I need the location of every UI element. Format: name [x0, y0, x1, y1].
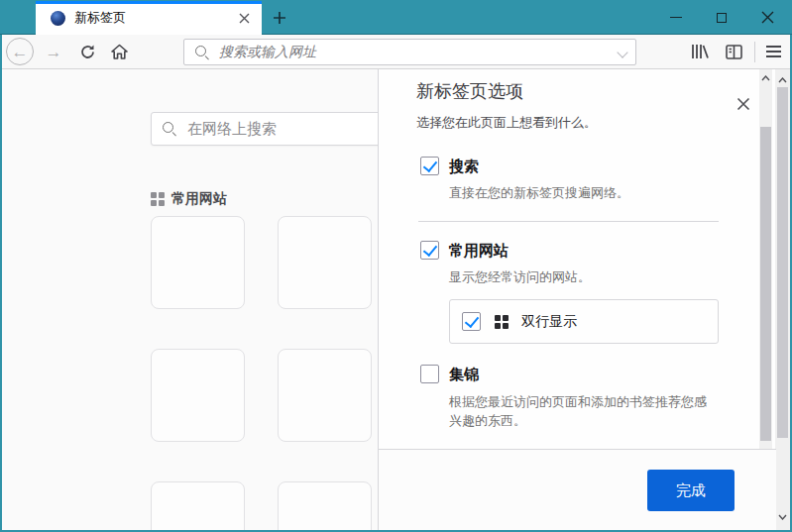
panel-scrollbar[interactable] — [759, 69, 772, 449]
search-option-description: 直接在您的新标签页搜遍网络。 — [449, 183, 629, 202]
browser-window: 新标签页 ← → 搜索或输入网址 — [0, 0, 792, 532]
window-scrollbar[interactable] — [775, 69, 790, 530]
tab-title: 新标签页 — [74, 9, 232, 27]
done-button[interactable]: 完成 — [647, 470, 735, 511]
highlights-option-checkbox[interactable] — [420, 365, 439, 383]
address-bar-placeholder: 搜索或输入网址 — [219, 44, 316, 61]
back-arrow-icon: ← — [12, 44, 29, 60]
two-rows-label: 双行显示 — [521, 313, 577, 331]
top-sites-grid — [151, 216, 372, 530]
tab-new-tab[interactable]: 新标签页 — [36, 1, 262, 35]
search-option-label: 搜索 — [449, 157, 479, 176]
globe-favicon-icon — [51, 11, 65, 26]
close-icon — [761, 11, 774, 24]
top-site-tile[interactable] — [278, 481, 372, 530]
chevron-down-icon[interactable] — [619, 51, 626, 58]
two-rows-option-box: 双行显示 — [449, 299, 719, 344]
hamburger-icon — [766, 46, 781, 57]
two-rows-checkbox[interactable] — [462, 312, 481, 331]
highlights-option-label: 集锦 — [449, 365, 479, 384]
toolbar-separator — [754, 42, 755, 62]
panel-close-button[interactable] — [734, 94, 753, 114]
search-option-checkbox[interactable] — [420, 157, 439, 175]
library-button[interactable] — [686, 38, 714, 65]
minimize-button[interactable] — [653, 0, 699, 35]
navigation-toolbar: ← → 搜索或输入网址 — [0, 35, 792, 69]
address-bar[interactable]: 搜索或输入网址 — [183, 39, 636, 65]
grid-icon — [495, 315, 509, 329]
scroll-down-icon[interactable] — [775, 510, 790, 524]
grid-icon — [151, 192, 165, 206]
window-controls — [653, 0, 790, 35]
tab-close-icon[interactable] — [232, 6, 256, 30]
top-site-tile[interactable] — [151, 481, 245, 530]
titlebar: 新标签页 — [0, 0, 792, 35]
home-button[interactable] — [105, 38, 133, 65]
library-icon — [691, 44, 709, 59]
top-site-tile[interactable] — [151, 216, 245, 309]
scroll-up-icon[interactable] — [759, 71, 772, 85]
forward-button[interactable]: → — [40, 38, 67, 65]
highlights-option-description: 根据您最近访问的页面和添加的书签推荐您感兴趣的东西。 — [449, 392, 713, 430]
top-site-tile[interactable] — [151, 349, 245, 442]
page-search-placeholder: 在网络上搜索 — [187, 120, 277, 139]
top-sites-option-description: 显示您经常访问的网站。 — [449, 267, 591, 286]
reload-icon — [79, 44, 96, 60]
tab-active-accent — [36, 1, 262, 4]
page-content: 在网络上搜索 常用网站 新标签页选项 选择您在此页面上想看到什么。 搜索 直接在… — [0, 69, 792, 530]
panel-subtitle: 选择您在此页面上想看到什么。 — [416, 114, 597, 132]
scrollbar-thumb[interactable] — [760, 127, 771, 441]
back-button[interactable]: ← — [6, 38, 34, 65]
maximize-icon — [717, 13, 727, 23]
panel-title: 新标签页选项 — [416, 79, 523, 103]
window-border — [0, 35, 2, 532]
top-site-tile[interactable] — [278, 216, 372, 309]
search-icon — [162, 121, 177, 137]
sidebar-icon — [726, 45, 742, 59]
reload-button[interactable] — [73, 38, 101, 65]
top-sites-header: 常用网站 — [151, 190, 227, 208]
minimize-icon — [670, 17, 682, 18]
search-icon — [194, 45, 210, 60]
section-divider — [418, 221, 719, 222]
scrollbar-thumb[interactable] — [777, 87, 788, 438]
sidebar-button[interactable] — [720, 38, 747, 65]
scroll-up-icon[interactable] — [775, 73, 790, 87]
top-site-tile[interactable] — [278, 349, 372, 442]
close-window-button[interactable] — [744, 0, 790, 35]
new-tab-options-panel: 新标签页选项 选择您在此页面上想看到什么。 搜索 直接在您的新标签页搜遍网络。 … — [378, 69, 775, 530]
forward-arrow-icon: → — [46, 44, 62, 60]
top-sites-heading: 常用网站 — [171, 190, 227, 208]
top-sites-option-label: 常用网站 — [449, 241, 509, 261]
top-sites-option-checkbox[interactable] — [420, 241, 439, 260]
home-icon — [111, 44, 128, 60]
menu-button[interactable] — [759, 38, 787, 65]
panel-footer: 完成 — [379, 449, 776, 530]
close-icon — [736, 97, 750, 111]
new-tab-button[interactable] — [266, 4, 293, 32]
maximize-button[interactable] — [699, 0, 744, 35]
